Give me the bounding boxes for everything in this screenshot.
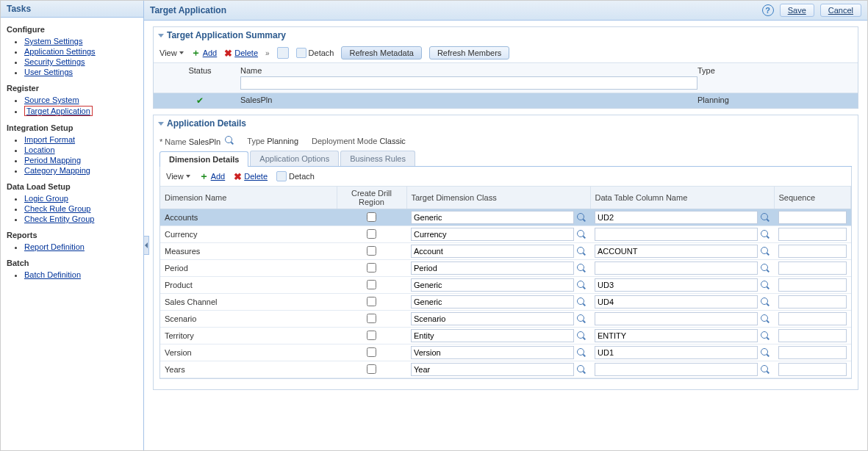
data-col-input[interactable] bbox=[595, 329, 758, 342]
data-col-input[interactable] bbox=[595, 295, 758, 309]
dim-delete-button[interactable]: ✖ Delete bbox=[234, 171, 268, 182]
sidebar-link[interactable]: Application Settings bbox=[24, 47, 96, 56]
create-drill-checkbox[interactable] bbox=[367, 297, 376, 306]
create-drill-checkbox[interactable] bbox=[367, 347, 376, 357]
summary-name-filter[interactable] bbox=[240, 76, 697, 90]
create-drill-checkbox[interactable] bbox=[367, 263, 376, 273]
target-class-input[interactable] bbox=[411, 228, 574, 241]
datacol-lookup-icon[interactable] bbox=[761, 281, 770, 289]
refresh-members-button[interactable]: Refresh Members bbox=[429, 46, 509, 59]
tab[interactable]: Application Options bbox=[250, 151, 339, 166]
data-col-input[interactable] bbox=[595, 312, 758, 325]
datacol-lookup-icon[interactable] bbox=[761, 213, 770, 222]
data-col-input[interactable] bbox=[595, 278, 758, 292]
col-header-target[interactable]: Target Dimension Class bbox=[406, 187, 590, 209]
dimension-row[interactable]: Version bbox=[160, 344, 851, 361]
cancel-button[interactable]: Cancel bbox=[820, 4, 861, 17]
sequence-input[interactable] bbox=[778, 278, 847, 292]
target-lookup-icon[interactable] bbox=[577, 230, 586, 239]
data-col-input[interactable] bbox=[595, 346, 758, 359]
create-drill-checkbox[interactable] bbox=[367, 314, 376, 323]
target-lookup-icon[interactable] bbox=[577, 331, 586, 340]
target-lookup-icon[interactable] bbox=[577, 314, 586, 323]
sequence-input[interactable] bbox=[778, 363, 847, 376]
dimension-row[interactable]: Sales Channel bbox=[160, 294, 851, 311]
col-header-seq[interactable]: Sequence bbox=[774, 187, 851, 209]
sidebar-link[interactable]: Report Definition bbox=[24, 242, 85, 251]
col-header-dimname[interactable]: Dimension Name bbox=[160, 187, 337, 209]
sidebar-link[interactable]: Target Application bbox=[26, 107, 90, 115]
name-lookup-icon[interactable] bbox=[225, 136, 234, 145]
sidebar-link[interactable]: Location bbox=[24, 145, 55, 154]
target-class-input[interactable] bbox=[411, 363, 574, 376]
target-class-input[interactable] bbox=[411, 312, 574, 325]
create-drill-checkbox[interactable] bbox=[367, 364, 376, 374]
summary-detach-button[interactable]: Detach bbox=[296, 48, 334, 58]
overflow-icon[interactable]: » bbox=[265, 49, 270, 57]
sidebar-link[interactable]: Check Rule Group bbox=[24, 204, 91, 213]
sidebar-link[interactable]: System Settings bbox=[24, 37, 82, 46]
data-col-input[interactable] bbox=[595, 261, 758, 275]
sequence-input[interactable] bbox=[778, 295, 847, 309]
data-col-input[interactable] bbox=[595, 245, 758, 258]
dimension-row[interactable]: Measures bbox=[160, 243, 851, 260]
col-header-drill[interactable]: Create Drill Region bbox=[337, 187, 406, 209]
sidebar-link[interactable]: Category Mapping bbox=[24, 166, 90, 175]
dimension-row[interactable]: Product bbox=[160, 277, 851, 294]
target-lookup-icon[interactable] bbox=[577, 297, 586, 306]
disclosure-icon[interactable] bbox=[158, 34, 164, 37]
sequence-input[interactable] bbox=[778, 261, 847, 275]
tab[interactable]: Dimension Details bbox=[159, 151, 248, 167]
summary-view-menu[interactable]: View bbox=[159, 48, 184, 57]
sidebar-link[interactable]: Security Settings bbox=[24, 57, 85, 66]
sidebar-link[interactable]: Logic Group bbox=[24, 194, 68, 203]
col-header-datacol[interactable]: Data Table Column Name bbox=[590, 187, 774, 209]
dimension-row[interactable]: Years bbox=[160, 361, 851, 378]
target-lookup-icon[interactable] bbox=[577, 264, 586, 273]
sequence-input[interactable] bbox=[778, 346, 847, 359]
datacol-lookup-icon[interactable] bbox=[761, 348, 770, 357]
refresh-metadata-button[interactable]: Refresh Metadata bbox=[341, 46, 421, 59]
sequence-input[interactable] bbox=[778, 211, 847, 224]
target-lookup-icon[interactable] bbox=[577, 213, 586, 222]
sequence-input[interactable] bbox=[778, 329, 847, 342]
sequence-input[interactable] bbox=[778, 228, 847, 241]
target-lookup-icon[interactable] bbox=[577, 247, 586, 256]
create-drill-checkbox[interactable] bbox=[367, 280, 376, 289]
dim-detach-button[interactable]: Detach bbox=[276, 171, 315, 181]
summary-add-button[interactable]: ＋ Add bbox=[191, 46, 218, 59]
target-class-input[interactable] bbox=[411, 261, 574, 275]
sidebar-link[interactable]: Period Mapping bbox=[24, 156, 81, 165]
data-col-input[interactable] bbox=[595, 211, 758, 224]
dimension-row[interactable]: Scenario bbox=[160, 311, 851, 328]
sidebar-link[interactable]: Source System bbox=[24, 95, 79, 104]
datacol-lookup-icon[interactable] bbox=[761, 297, 770, 306]
sidebar-link[interactable]: Check Entity Group bbox=[24, 214, 94, 223]
help-icon[interactable]: ? bbox=[762, 4, 774, 16]
save-button[interactable]: Save bbox=[780, 4, 814, 17]
target-class-input[interactable] bbox=[411, 211, 574, 224]
datacol-lookup-icon[interactable] bbox=[761, 264, 770, 273]
sequence-input[interactable] bbox=[778, 312, 847, 325]
target-class-input[interactable] bbox=[411, 329, 574, 342]
dimension-row[interactable]: Accounts bbox=[160, 209, 851, 226]
target-lookup-icon[interactable] bbox=[577, 281, 586, 289]
sidebar-link[interactable]: Batch Definition bbox=[24, 270, 81, 279]
sidebar-link[interactable]: User Settings bbox=[24, 68, 73, 76]
dimension-row[interactable]: Period bbox=[160, 260, 851, 277]
target-class-input[interactable] bbox=[411, 295, 574, 309]
create-drill-checkbox[interactable] bbox=[367, 246, 376, 256]
disclosure-icon[interactable] bbox=[158, 122, 164, 126]
summary-delete-button[interactable]: ✖ Delete bbox=[224, 48, 258, 59]
datacol-lookup-icon[interactable] bbox=[761, 365, 770, 374]
sequence-input[interactable] bbox=[778, 245, 847, 258]
dim-view-menu[interactable]: View bbox=[166, 172, 190, 181]
dimension-row[interactable]: Currency bbox=[160, 226, 851, 243]
create-drill-checkbox[interactable] bbox=[367, 212, 376, 222]
datacol-lookup-icon[interactable] bbox=[761, 331, 770, 340]
toolbar-action-icon-1[interactable] bbox=[277, 47, 289, 59]
datacol-lookup-icon[interactable] bbox=[761, 314, 770, 323]
create-drill-checkbox[interactable] bbox=[367, 229, 376, 239]
data-col-input[interactable] bbox=[595, 228, 758, 241]
sidebar-link[interactable]: Import Format bbox=[24, 135, 75, 144]
